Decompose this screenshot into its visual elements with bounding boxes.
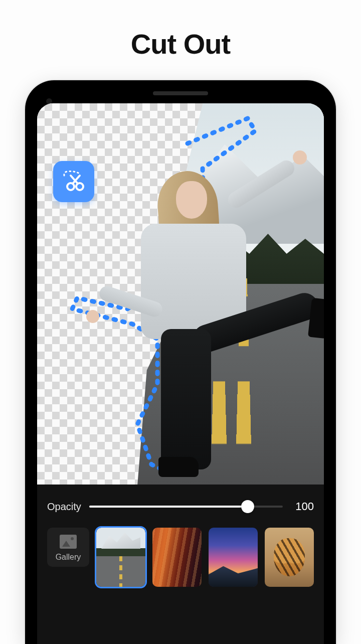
background-option-canyon[interactable]: [152, 528, 202, 587]
gallery-label: Gallery: [56, 553, 81, 562]
editor-canvas[interactable]: [37, 103, 324, 485]
background-option-road[interactable]: [96, 528, 145, 587]
opacity-value: 100: [291, 500, 314, 513]
opacity-row: Opacity 100: [47, 491, 314, 523]
background-option-sunset[interactable]: [209, 528, 258, 587]
promo-page: Cut Out: [0, 0, 361, 644]
phone-frame: Opacity 100 Gallery: [25, 80, 336, 644]
app-screen: Opacity 100 Gallery: [37, 103, 324, 644]
controls-panel: Opacity 100 Gallery: [37, 485, 324, 644]
image-icon: [60, 535, 77, 549]
background-option-tiger[interactable]: [265, 528, 314, 587]
opacity-label: Opacity: [47, 501, 81, 513]
cutout-tool-button[interactable]: [53, 161, 94, 202]
page-title: Cut Out: [131, 28, 230, 60]
background-strip: Gallery: [47, 523, 314, 587]
phone-speaker: [153, 91, 208, 95]
gallery-button[interactable]: Gallery: [47, 528, 89, 567]
opacity-slider[interactable]: [89, 499, 283, 515]
scissors-lasso-icon: [61, 169, 87, 195]
